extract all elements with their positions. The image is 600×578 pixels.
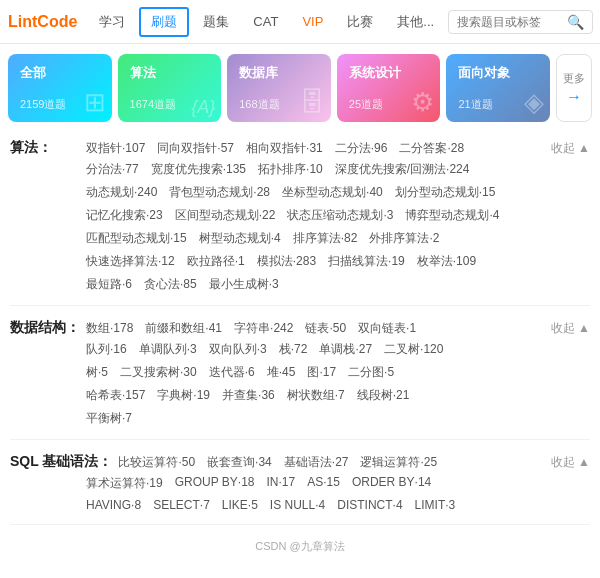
section-0-tag-2-3[interactable]: 划分型动态规划·15	[389, 182, 502, 203]
section-2-rows: 算术运算符·19GROUP BY·18IN·17AS·15ORDER BY·14…	[80, 473, 590, 514]
section-1-rows: 队列·16单调队列·3双向队列·3栈·72单调栈·27二叉树·120树·5二叉搜…	[80, 339, 590, 429]
section-0-tag-2-1[interactable]: 背包型动态规划·28	[163, 182, 276, 203]
section-0-tag-3-1[interactable]: 区间型动态规划·22	[169, 205, 282, 226]
section-1-tag-2-3[interactable]: 堆·45	[261, 362, 302, 383]
nav-vip[interactable]: VIP	[292, 10, 333, 33]
section-0-tag-5-2[interactable]: 模拟法·283	[251, 251, 322, 272]
section-0-tag-0-1[interactable]: 同向双指针·57	[151, 138, 240, 159]
nav-sets[interactable]: 题集	[193, 9, 239, 35]
section-0-tag-3-2[interactable]: 状态压缩动态规划·3	[281, 205, 399, 226]
section-0-tag-6-2[interactable]: 最小生成树·3	[203, 274, 285, 295]
section-0-tag-1-3[interactable]: 深度优先搜索/回溯法·224	[329, 159, 476, 180]
section-0-row-3: 记忆化搜索·23区间型动态规划·22状态压缩动态规划·3博弈型动态规划·4	[80, 205, 590, 226]
section-2-tag-1-0[interactable]: 算术运算符·19	[80, 473, 169, 494]
nav-other[interactable]: 其他...	[387, 9, 444, 35]
section-1-tag-0-2[interactable]: 字符串·242	[228, 318, 299, 339]
card-algo[interactable]: 算法 1674道题 {A}	[118, 54, 222, 122]
section-1-tag-1-5[interactable]: 二叉树·120	[378, 339, 449, 360]
section-0-tag-4-1[interactable]: 树型动态规划·4	[193, 228, 287, 249]
section-0-tag-6-1[interactable]: 贪心法·85	[138, 274, 203, 295]
section-2-row-2: HAVING·8SELECT·7LIKE·5IS NULL·4DISTINCT·…	[80, 496, 590, 514]
section-0-row-6: 最短路·6贪心法·85最小生成树·3	[80, 274, 590, 295]
section-2-tag-2-3[interactable]: IS NULL·4	[264, 496, 331, 514]
section-2-tag-1-1[interactable]: GROUP BY·18	[169, 473, 261, 494]
section-2-title: SQL 基础语法：	[10, 453, 112, 471]
card-db[interactable]: 数据库 168道题 🗄	[227, 54, 331, 122]
section-1-tag-2-1[interactable]: 二叉搜索树·30	[114, 362, 203, 383]
section-1-tag-3-2[interactable]: 并查集·36	[216, 385, 281, 406]
section-2-tag-2-0[interactable]: HAVING·8	[80, 496, 147, 514]
section-1-tag-3-3[interactable]: 树状数组·7	[281, 385, 351, 406]
section-1-tag-1-3[interactable]: 栈·72	[273, 339, 314, 360]
nav-problems[interactable]: 刷题	[139, 7, 189, 37]
section-1-tag-1-0[interactable]: 队列·16	[80, 339, 133, 360]
section-0-tag-3-0[interactable]: 记忆化搜索·23	[80, 205, 169, 226]
section-2-tag-0-2[interactable]: 基础语法·27	[278, 452, 355, 473]
card-all[interactable]: 全部 2159道题 ⊞	[8, 54, 112, 122]
section-1-tag-0-4[interactable]: 双向链表·1	[352, 318, 422, 339]
card-sys[interactable]: 系统设计 25道题 ⚙	[337, 54, 441, 122]
nav-study[interactable]: 学习	[89, 9, 135, 35]
card-more[interactable]: 更多 →	[556, 54, 592, 122]
logo-icon: L	[8, 13, 18, 30]
section-0-tag-2-2[interactable]: 坐标型动态规划·40	[276, 182, 389, 203]
section-1-tag-1-2[interactable]: 双向队列·3	[203, 339, 273, 360]
section-2-tag-0-0[interactable]: 比较运算符·50	[112, 452, 201, 473]
section-1-tag-2-0[interactable]: 树·5	[80, 362, 114, 383]
nav-contest[interactable]: 比赛	[337, 9, 383, 35]
section-1-tag-3-4[interactable]: 线段树·21	[351, 385, 416, 406]
section-0-tag-5-3[interactable]: 扫描线算法·19	[322, 251, 411, 272]
section-2-tag-2-1[interactable]: SELECT·7	[147, 496, 216, 514]
search-icon[interactable]: 🔍	[567, 14, 584, 30]
card-oop[interactable]: 面向对象 21道题 ◈	[446, 54, 550, 122]
section-1-tag-1-4[interactable]: 单调栈·27	[313, 339, 378, 360]
section-0-tag-5-0[interactable]: 快速选择算法·12	[80, 251, 181, 272]
card-all-title: 全部	[20, 64, 100, 82]
section-0-tag-3-3[interactable]: 博弈型动态规划·4	[399, 205, 505, 226]
section-0-first-row: 双指针·107同向双指针·57相向双指针·31二分法·96二分答案·28	[80, 138, 551, 159]
section-2-tag-0-3[interactable]: 逻辑运算符·25	[354, 452, 443, 473]
section-1-tag-0-1[interactable]: 前缀和数组·41	[139, 318, 228, 339]
section-0-tag-5-1[interactable]: 欧拉路径·1	[181, 251, 251, 272]
section-2-tag-0-1[interactable]: 嵌套查询·34	[201, 452, 278, 473]
section-1-tag-2-5[interactable]: 二分图·5	[342, 362, 400, 383]
logo[interactable]: LintCode	[8, 13, 77, 31]
section-1-tag-3-1[interactable]: 字典树·19	[151, 385, 216, 406]
section-0-tag-1-2[interactable]: 拓扑排序·10	[252, 159, 329, 180]
section-0-tag-6-0[interactable]: 最短路·6	[80, 274, 138, 295]
section-1-tag-0-0[interactable]: 数组·178	[80, 318, 139, 339]
section-2-tag-1-2[interactable]: IN·17	[261, 473, 302, 494]
section-0-tag-4-2[interactable]: 排序算法·82	[287, 228, 364, 249]
section-0-tag-0-3[interactable]: 二分法·96	[329, 138, 394, 159]
section-0-tag-1-1[interactable]: 宽度优先搜索·135	[145, 159, 252, 180]
section-2-tag-1-4[interactable]: ORDER BY·14	[346, 473, 437, 494]
section-0-row-5: 快速选择算法·12欧拉路径·1模拟法·283扫描线算法·19枚举法·109	[80, 251, 590, 272]
section-1-tag-0-3[interactable]: 链表·50	[299, 318, 352, 339]
nav-cat[interactable]: CAT	[243, 10, 288, 33]
section-0-tag-4-3[interactable]: 外排序算法·2	[363, 228, 445, 249]
section-1-tag-4-0[interactable]: 平衡树·7	[80, 408, 138, 429]
section-0-collapse-btn[interactable]: 收起 ▲	[551, 140, 590, 157]
section-1-tag-3-0[interactable]: 哈希表·157	[80, 385, 151, 406]
section-0-tag-0-2[interactable]: 相向双指针·31	[240, 138, 329, 159]
card-all-icon: ⊞	[84, 87, 106, 118]
section-2-tag-2-2[interactable]: LIKE·5	[216, 496, 264, 514]
section-2-tag-1-3[interactable]: AS·15	[301, 473, 346, 494]
section-0-tag-0-0[interactable]: 双指针·107	[80, 138, 151, 159]
section-2-collapse-btn[interactable]: 收起 ▲	[551, 454, 590, 471]
section-0-tag-5-4[interactable]: 枚举法·109	[411, 251, 482, 272]
section-1-tag-2-4[interactable]: 图·17	[301, 362, 342, 383]
section-0-tag-0-4[interactable]: 二分答案·28	[393, 138, 470, 159]
section-1-collapse-btn[interactable]: 收起 ▲	[551, 320, 590, 337]
logo-text: intCode	[18, 13, 78, 30]
section-1-tag-2-2[interactable]: 迭代器·6	[203, 362, 261, 383]
section-1-tag-1-1[interactable]: 单调队列·3	[133, 339, 203, 360]
section-0-tag-1-0[interactable]: 分治法·77	[80, 159, 145, 180]
section-0: 算法：双指针·107同向双指针·57相向双指针·31二分法·96二分答案·28收…	[0, 132, 600, 299]
section-0-tag-2-0[interactable]: 动态规划·240	[80, 182, 163, 203]
search-bar[interactable]: 🔍	[448, 10, 593, 34]
section-0-tag-4-0[interactable]: 匹配型动态规划·15	[80, 228, 193, 249]
section-2-tag-2-4[interactable]: DISTINCT·4	[331, 496, 408, 514]
section-2-tag-2-5[interactable]: LIMIT·3	[409, 496, 462, 514]
search-input[interactable]	[457, 15, 567, 29]
